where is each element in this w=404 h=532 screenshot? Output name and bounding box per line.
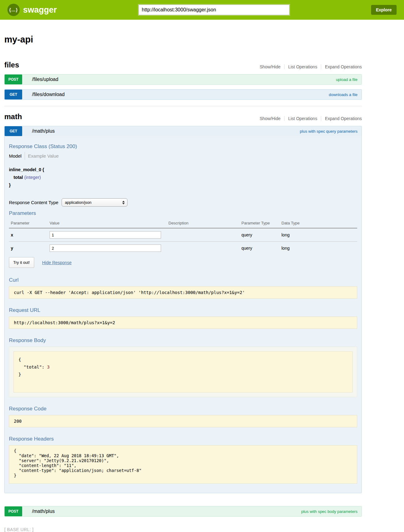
swagger-header: {…} swagger Explore	[0, 0, 404, 20]
resource-files-title[interactable]: files	[4, 61, 19, 69]
parameter-data-type: long	[281, 246, 357, 251]
selected-content-type: application/json	[65, 200, 91, 205]
try-it-out-button[interactable]: Try it out!	[9, 257, 34, 268]
parameter-data-type: long	[281, 232, 357, 237]
parameter-name: x	[11, 232, 50, 237]
response-content-type-row: Response Content Type application/json	[9, 198, 357, 207]
curl-command: curl -X GET --header 'Accept: applicatio…	[9, 286, 357, 299]
operation-heading[interactable]: GET /files/download downloads a file	[5, 90, 362, 99]
operation-heading[interactable]: GET /math/plus plus with spec query para…	[5, 126, 362, 136]
operation-summary-link[interactable]: upload a file	[336, 75, 358, 84]
operation-summary-link[interactable]: plus with spec query parameters	[300, 126, 358, 136]
resource-math-links: Show/Hide List Operations Expand Operati…	[256, 116, 362, 121]
post-method-badge: POST	[5, 75, 22, 84]
property-name: total	[14, 175, 23, 180]
json-close: }	[18, 372, 21, 377]
swagger-logo[interactable]: {…} swagger	[7, 4, 57, 16]
col-parameter-type: Parameter Type	[241, 221, 281, 225]
swagger-braces-icon: {…}	[7, 4, 20, 16]
parameter-type: query	[241, 232, 281, 237]
response-code-heading: Response Code	[9, 406, 357, 412]
expand-operations-link[interactable]: Expand Operations	[321, 64, 362, 69]
base-url-footer: [ BASE URL: ]	[4, 527, 404, 532]
response-code-value: 200	[9, 415, 357, 427]
response-body-heading: Response Body	[9, 337, 357, 344]
operation-path-link[interactable]: /files/upload	[32, 75, 58, 84]
response-body-json: { "total": 3 }	[14, 351, 353, 393]
spec-url-input[interactable]	[139, 5, 289, 15]
hide-response-link[interactable]: Hide Response	[42, 260, 72, 265]
list-operations-link[interactable]: List Operations	[284, 116, 321, 121]
request-url-value: http://localhost:3000/math/plus?x=1&y=2	[9, 316, 357, 329]
json-key: "total":	[24, 365, 47, 369]
parameter-name: y	[11, 246, 50, 251]
expand-operations-link[interactable]: Expand Operations	[321, 116, 362, 121]
response-headers-heading: Response Headers	[9, 436, 357, 442]
brand-name: swagger	[23, 5, 57, 15]
response-content-type-label: Response Content Type	[9, 200, 59, 205]
show-hide-link[interactable]: Show/Hide	[256, 64, 284, 69]
operation-summary-link[interactable]: plus with spec body parameters	[301, 506, 358, 516]
tab-example-value[interactable]: Example Value	[25, 152, 59, 160]
model-property: total (integer)	[9, 174, 357, 181]
col-description: Description	[168, 221, 241, 225]
get-method-badge: GET	[5, 90, 22, 99]
operation-path-link[interactable]: /math/plus	[32, 506, 55, 516]
model-close: }	[9, 181, 357, 189]
tab-model[interactable]: Model	[9, 152, 25, 160]
response-content-type-select[interactable]: application/json	[62, 198, 127, 207]
resource-files-links: Show/Hide List Operations Expand Operati…	[256, 64, 362, 69]
col-data-type: Data Type	[281, 221, 357, 225]
col-value: Value	[50, 221, 168, 225]
response-headers-json: { "date": "Wed, 22 Aug 2018 18:49:13 GMT…	[9, 445, 357, 484]
response-body-container: { "total": 3 }	[9, 347, 357, 397]
property-type[interactable]: (integer)	[24, 175, 41, 180]
operation-heading[interactable]: POST /files/upload upload a file	[5, 75, 362, 84]
parameter-type: query	[241, 246, 281, 251]
try-it-out-row: Try it out! Hide Response	[9, 257, 357, 268]
request-url-heading: Request URL	[9, 307, 357, 313]
resource-math: math Show/Hide List Operations Expand Op…	[4, 106, 362, 517]
parameter-y-input[interactable]	[50, 244, 161, 252]
operation-path-link[interactable]: /math/plus	[32, 126, 55, 136]
operation-summary-link[interactable]: downloads a file	[329, 90, 358, 99]
parameters-heading: Parameters	[9, 210, 357, 216]
resource-files: files Show/Hide List Operations Expand O…	[4, 61, 362, 100]
model-open: inline_model_0 {	[9, 166, 357, 174]
parameter-row-y: y query long	[9, 242, 357, 255]
response-class-heading: Response Class (Status 200)	[9, 143, 357, 150]
operation-get-files-download: GET /files/download downloads a file	[4, 89, 362, 100]
operation-post-files-upload: POST /files/upload upload a file	[4, 74, 362, 85]
post-method-badge: POST	[5, 506, 22, 516]
parameters-table-header: Parameter Value Description Parameter Ty…	[9, 219, 357, 228]
show-hide-link[interactable]: Show/Hide	[256, 116, 284, 121]
list-operations-link[interactable]: List Operations	[284, 64, 321, 69]
parameters-section: Parameters Parameter Value Description P…	[9, 210, 357, 255]
model-signature: inline_model_0 { total (integer) }	[9, 166, 357, 189]
operation-heading[interactable]: POST /math/plus plus with spec body para…	[5, 506, 362, 516]
operation-path-link[interactable]: /files/download	[32, 90, 65, 99]
explore-button[interactable]: Explore	[371, 5, 397, 15]
operation-content: Response Class (Status 200) Model Exampl…	[5, 136, 362, 493]
col-parameter: Parameter	[11, 221, 50, 225]
parameter-row-x: x query long	[9, 228, 357, 242]
json-open: {	[18, 357, 24, 369]
operation-post-math-plus: POST /math/plus plus with spec body para…	[4, 506, 362, 517]
resource-math-title[interactable]: math	[4, 112, 22, 121]
signature-tabs: Model Example Value	[9, 152, 357, 160]
curl-heading: Curl	[9, 277, 357, 283]
parameter-x-input[interactable]	[50, 231, 161, 239]
page-title: my-api	[4, 34, 362, 45]
json-number-value: 3	[47, 365, 50, 369]
operation-get-math-plus: GET /math/plus plus with spec query para…	[4, 126, 362, 493]
select-arrows-icon	[122, 201, 125, 204]
get-method-badge: GET	[5, 126, 22, 136]
